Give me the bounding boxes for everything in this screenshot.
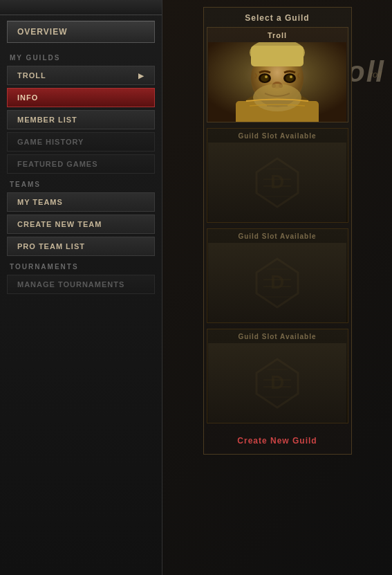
guild-dialog: Select a Guild Troll bbox=[203, 7, 352, 455]
dialog-title: Select a Guild bbox=[245, 8, 309, 27]
svg-point-10 bbox=[286, 75, 294, 82]
svg-point-16 bbox=[253, 84, 301, 111]
my-guilds-header: MY GUILDS bbox=[0, 48, 162, 64]
overview-button[interactable]: OVERVIEW bbox=[7, 21, 155, 43]
svg-text:D: D bbox=[270, 171, 284, 192]
guild-slot-1-label: Guild Slot Available bbox=[238, 129, 316, 143]
guild-troll-portrait bbox=[208, 42, 346, 122]
svg-point-11 bbox=[265, 75, 268, 78]
guild-slot-2-image: D bbox=[208, 243, 346, 322]
guild-slot-1-image: D bbox=[208, 143, 346, 222]
dota-logo-3: D bbox=[250, 356, 305, 411]
guild-slot-card-1[interactable]: Guild Slot Available D bbox=[207, 128, 348, 223]
arrow-right-icon: ▶ bbox=[138, 72, 144, 80]
sidebar-item-create-new-team[interactable]: CREATE NEW TEAM bbox=[7, 215, 155, 234]
guild-troll-name: Troll bbox=[268, 28, 287, 42]
sidebar-item-member-list[interactable]: MEMBER LIST bbox=[7, 110, 155, 129]
sidebar-item-guild-troll[interactable]: Troll ▶ bbox=[7, 66, 155, 85]
guild-slot-2-label: Guild Slot Available bbox=[238, 229, 316, 243]
sidebar-item-game-history[interactable]: GAME HISTORY bbox=[7, 132, 155, 152]
guild-slot-3-image: D bbox=[208, 343, 346, 423]
svg-point-9 bbox=[261, 75, 269, 82]
sidebar: OVERVIEW MY GUILDS Troll ▶ INFO MEMBER L… bbox=[0, 0, 162, 575]
sidebar-item-info[interactable]: INFO bbox=[7, 88, 155, 107]
guild-slot-card-2[interactable]: Guild Slot Available D bbox=[207, 228, 348, 323]
guild-slot-card-3[interactable]: Guild Slot Available D bbox=[207, 329, 348, 423]
create-new-guild-button[interactable]: Create New Guild bbox=[237, 429, 317, 454]
teams-header: TEAMS bbox=[0, 175, 162, 191]
tournaments-header: TOURNAMENTS bbox=[0, 257, 162, 273]
svg-text:D: D bbox=[270, 372, 284, 393]
dota-logo-2: D bbox=[250, 255, 305, 311]
svg-point-12 bbox=[290, 75, 292, 78]
sidebar-top-bar bbox=[0, 0, 162, 15]
main-container: OVERVIEW MY GUILDS Troll ▶ INFO MEMBER L… bbox=[0, 0, 392, 575]
sidebar-item-manage-tournaments[interactable]: MANAGE TOURNAMENTS bbox=[7, 275, 155, 294]
dota-logo-1: D bbox=[250, 155, 305, 210]
sidebar-item-featured-games[interactable]: FEATURED GAMES bbox=[7, 154, 155, 174]
sidebar-item-my-teams[interactable]: MY TEAMS bbox=[7, 192, 155, 212]
right-panel: roll roll Select a Guild Troll bbox=[162, 0, 392, 575]
sidebar-item-pro-team-list[interactable]: PRO TEAM LIST bbox=[7, 237, 155, 256]
troll-portrait-svg bbox=[208, 42, 346, 122]
troll-sub-bg-text: roll bbox=[370, 69, 382, 80]
guild-card-troll[interactable]: Troll bbox=[207, 27, 348, 122]
svg-text:D: D bbox=[270, 271, 284, 293]
svg-rect-6 bbox=[251, 46, 304, 66]
guild-slot-3-label: Guild Slot Available bbox=[238, 329, 316, 343]
